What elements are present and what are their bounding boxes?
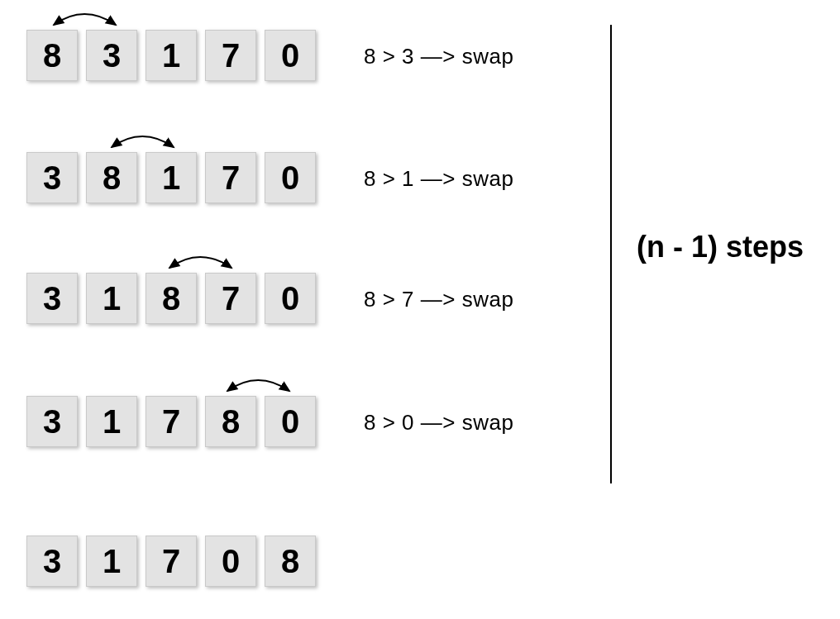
array-cell: 0: [265, 273, 316, 324]
swap-arrow-1: [45, 7, 124, 30]
array-cell: 8: [146, 273, 197, 324]
array-cell: 7: [205, 30, 256, 81]
array-row-2: 3 8 1 7 0: [26, 152, 316, 203]
array-cell: 7: [146, 536, 197, 587]
array-cell: 0: [265, 152, 316, 203]
array-cell: 3: [26, 273, 78, 324]
array-cell: 7: [205, 273, 256, 324]
swap-arrow-3: [161, 250, 240, 273]
swap-arrow-2: [103, 129, 182, 152]
vertical-divider: [610, 25, 612, 483]
array-cell: 7: [205, 152, 256, 203]
swap-annotation-4: 8 > 0 —> swap: [364, 410, 513, 436]
array-cell: 7: [146, 396, 197, 447]
array-cell: 1: [86, 396, 137, 447]
swap-annotation-3: 8 > 7 —> swap: [364, 287, 513, 312]
array-cell: 3: [26, 536, 78, 587]
swap-arrow-4: [219, 373, 298, 396]
array-row-1: 8 3 1 7 0: [26, 30, 316, 81]
array-cell: 0: [205, 536, 256, 587]
swap-annotation-1: 8 > 3 —> swap: [364, 44, 513, 69]
array-cell: 8: [205, 396, 256, 447]
array-cell: 8: [265, 536, 316, 587]
array-cell: 1: [146, 30, 197, 81]
array-cell: 8: [86, 152, 137, 203]
array-row-5: 3 1 7 0 8: [26, 536, 316, 587]
array-cell: 1: [146, 152, 197, 203]
array-cell: 3: [86, 30, 137, 81]
array-cell: 0: [265, 30, 316, 81]
array-cell: 1: [86, 273, 137, 324]
array-row-3: 3 1 8 7 0: [26, 273, 316, 324]
array-cell: 8: [26, 30, 78, 81]
array-row-4: 3 1 7 8 0: [26, 396, 316, 447]
swap-annotation-2: 8 > 1 —> swap: [364, 166, 513, 192]
array-cell: 3: [26, 396, 78, 447]
diagram-canvas: 8 3 1 7 0 8 > 3 —> swap 3 8 1 7 0 8 > 1 …: [0, 0, 840, 619]
array-cell: 1: [86, 536, 137, 587]
array-cell: 0: [265, 396, 316, 447]
array-cell: 3: [26, 152, 78, 203]
steps-count-label: (n - 1) steps: [637, 230, 804, 264]
